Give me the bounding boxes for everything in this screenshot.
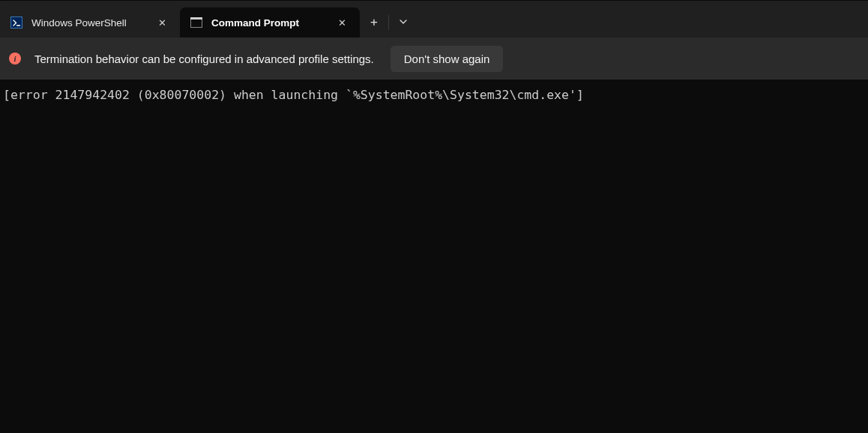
plus-icon: + (370, 15, 378, 30)
titlebar-actions: + (360, 8, 418, 38)
powershell-icon (10, 17, 22, 29)
new-tab-button[interactable]: + (360, 8, 388, 38)
cmd-icon (190, 17, 202, 29)
info-icon: i (9, 53, 21, 65)
info-bar: i Termination behavior can be configured… (0, 38, 868, 80)
close-icon[interactable]: ✕ (153, 14, 171, 32)
dont-show-again-button[interactable]: Don't show again (391, 46, 504, 72)
tab-label: Command Prompt (211, 17, 327, 29)
tab-dropdown-button[interactable] (389, 8, 418, 38)
close-icon[interactable]: ✕ (333, 14, 351, 32)
terminal-output[interactable]: [error 2147942402 (0x80070002) when laun… (0, 80, 868, 110)
titlebar: Windows PowerShell ✕ Command Prompt ✕ + (0, 0, 868, 38)
tab-label: Windows PowerShell (31, 17, 147, 29)
info-message: Termination behavior can be configured i… (34, 53, 374, 65)
tab-command-prompt[interactable]: Command Prompt ✕ (180, 8, 360, 38)
tab-powershell[interactable]: Windows PowerShell ✕ (0, 8, 180, 38)
chevron-down-icon (399, 17, 408, 29)
